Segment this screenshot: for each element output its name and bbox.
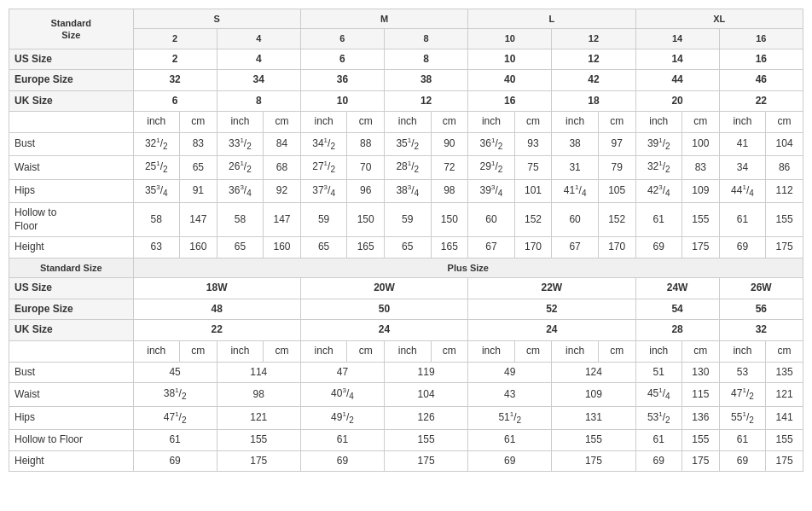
plus-uk-22: 22	[133, 320, 300, 341]
plus-us-size-row: US Size 18W 20W 22W 24W 26W	[9, 278, 803, 299]
plus-us-label: US Size	[9, 278, 134, 299]
us-size-2: 2	[133, 49, 217, 70]
xl-header: XL	[635, 9, 803, 29]
waist-row: Waist 251/2 65 261/2 68 271/2 70 281/2 7…	[9, 156, 803, 179]
inch-col-7: inch	[635, 112, 682, 133]
uk-6: 6	[133, 90, 217, 112]
inch-col-2: inch	[217, 112, 263, 133]
eu-46: 46	[719, 70, 803, 91]
plus-eu-56: 56	[719, 299, 803, 320]
bust-label: Bust	[9, 132, 134, 155]
plus-hollow-floor-label: Hollow to Floor	[9, 429, 134, 450]
cm-col-4: cm	[431, 112, 468, 133]
plus-hollow-floor-row: Hollow to Floor 61 155 61 155 61 155 61 …	[9, 429, 803, 450]
plus-height-row: Height 69 175 69 175 69 175 69 175 69 17…	[9, 450, 803, 472]
plus-uk-label: UK Size	[9, 320, 134, 341]
us-size-label: US Size	[9, 49, 134, 70]
plus-unit-header-row: inch cm inch cm inch cm inch cm inch cm …	[9, 341, 803, 363]
plus-us-20w: 20W	[300, 278, 467, 299]
cm-col-7: cm	[682, 112, 720, 133]
uk-18: 18	[552, 90, 635, 112]
us10: 10	[468, 29, 552, 49]
us-size-16: 16	[719, 49, 803, 70]
us-size-4: 4	[217, 49, 300, 70]
unit-header-row: inch cm inch cm inch cm inch cm inch cm …	[9, 112, 803, 133]
plus-uk-24: 24	[300, 320, 467, 341]
uk-12: 12	[385, 90, 468, 112]
plus-europe-label: Europe Size	[9, 299, 134, 320]
m-header: M	[300, 9, 467, 29]
plus-uk-24b: 24	[468, 320, 635, 341]
us14: 14	[635, 29, 719, 49]
plus-size-section-label: Plus Size	[133, 258, 803, 277]
plus-height-label: Height	[9, 450, 134, 472]
inch-col-3: inch	[300, 112, 346, 133]
height-row: Height 63 160 65 160 65 165 65 165 67 17…	[9, 237, 803, 258]
us4: 4	[217, 29, 300, 49]
us-size-8: 8	[385, 49, 468, 70]
plus-hips-row: Hips 471/2 121 491/2 126 511/2 131 531/2…	[9, 406, 803, 429]
plus-uk-size-row: UK Size 22 24 24 28 32	[9, 320, 803, 341]
hollow-floor-row: Hollow toFloor 58 147 58 147 59 150 59 1…	[9, 203, 803, 237]
hollow-floor-label: Hollow toFloor	[9, 203, 134, 237]
size-chart-table: StandardSize S M L XL 2 4 6 8 10 12 14 1…	[9, 9, 803, 472]
eu-38: 38	[385, 70, 468, 91]
inch-col-8: inch	[719, 112, 765, 133]
size-group-row: StandardSize S M L XL	[9, 9, 803, 29]
eu-32: 32	[133, 70, 217, 91]
cm-col-8: cm	[766, 112, 803, 133]
us12: 12	[552, 29, 635, 49]
europe-size-label: Europe Size	[9, 70, 134, 91]
us8: 8	[385, 29, 468, 49]
height-label: Height	[9, 237, 134, 258]
plus-waist-row: Waist 381/2 98 403/4 104 43 109 451/4 11…	[9, 383, 803, 406]
l-header: L	[468, 9, 635, 29]
cm-col-2: cm	[264, 112, 301, 133]
plus-europe-size-row: Europe Size 48 50 52 54 56	[9, 299, 803, 320]
plus-bust-row: Bust 45 114 47 119 49 124 51 130 53 135	[9, 362, 803, 383]
us-size-12: 12	[552, 49, 635, 70]
plus-waist-label: Waist	[9, 383, 134, 406]
inch-col-5: inch	[468, 112, 514, 133]
standard-size-section-label: Standard Size	[9, 258, 134, 277]
eu-34: 34	[217, 70, 300, 91]
uk-20: 20	[635, 90, 719, 112]
plus-eu-48: 48	[133, 299, 300, 320]
cm-col-1: cm	[179, 112, 217, 133]
plus-uk-32: 32	[719, 320, 803, 341]
plus-us-18w: 18W	[133, 278, 300, 299]
plus-uk-28: 28	[635, 320, 719, 341]
plus-us-26w: 26W	[719, 278, 803, 299]
uk-10: 10	[300, 90, 384, 112]
plus-size-section-row: Standard Size Plus Size	[9, 258, 803, 277]
cm-col-3: cm	[347, 112, 385, 133]
cm-col-5: cm	[514, 112, 552, 133]
plus-us-24w: 24W	[635, 278, 719, 299]
plus-hips-label: Hips	[9, 406, 134, 429]
hips-row: Hips 353/4 91 363/4 92 373/4 96 383/4 98…	[9, 179, 803, 202]
eu-36: 36	[300, 70, 384, 91]
us6: 6	[300, 29, 384, 49]
size-chart-container: StandardSize S M L XL 2 4 6 8 10 12 14 1…	[0, 0, 812, 480]
eu-40: 40	[468, 70, 552, 91]
us16: 16	[719, 29, 803, 49]
us2: 2	[133, 29, 217, 49]
uk-16: 16	[468, 90, 552, 112]
plus-us-22w: 22W	[468, 278, 635, 299]
europe-size-row: Europe Size 32 34 36 38 40 42 44 46	[9, 70, 803, 91]
us-size-14: 14	[635, 49, 719, 70]
cm-col-6: cm	[598, 112, 635, 133]
us-size-10: 10	[468, 49, 552, 70]
standard-size-header: StandardSize	[9, 9, 134, 49]
uk-8: 8	[217, 90, 300, 112]
uk-size-label: UK Size	[9, 90, 134, 112]
hips-label: Hips	[9, 179, 134, 202]
bust-row: Bust 321/2 83 331/2 84 341/2 88 351/2 90…	[9, 132, 803, 155]
inch-col-6: inch	[552, 112, 598, 133]
uk-22: 22	[719, 90, 803, 112]
us-size-label-row: US Size 2 4 6 8 10 12 14 16	[9, 49, 803, 70]
plus-eu-52: 52	[468, 299, 635, 320]
plus-bust-label: Bust	[9, 362, 134, 383]
eu-42: 42	[552, 70, 635, 91]
s-header: S	[133, 9, 300, 29]
